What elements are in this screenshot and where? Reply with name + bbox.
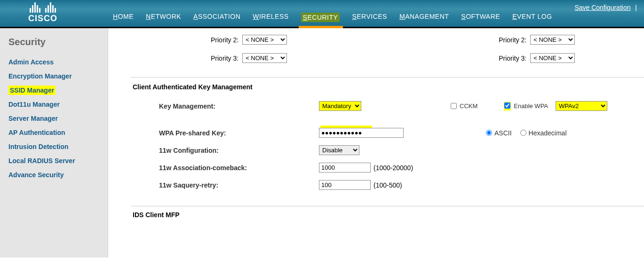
active-tab-underline: [299, 26, 343, 28]
sidebar-local-radius-server[interactable]: Local RADIUS Server: [8, 154, 108, 168]
wpa-version-select[interactable]: WPAv2: [556, 101, 607, 111]
psk-hex-radio[interactable]: [520, 130, 526, 136]
top-nav: HOME NETWORK ASSOCIATION WIRELESS SECURI…: [113, 13, 552, 22]
11w-config-label: 11w Configuration:: [159, 147, 319, 154]
psk-ascii-radio[interactable]: [486, 130, 492, 136]
save-configuration-link[interactable]: Save Configuration |: [574, 4, 637, 11]
priority3-left-label: Priority 3:: [211, 55, 239, 62]
cckm-checkbox[interactable]: [451, 103, 457, 109]
11w-saquery-hint: (100-500): [374, 181, 402, 189]
11w-assoc-hint: (1000-20000): [374, 164, 413, 172]
sidebar-admin-access[interactable]: Admin Access: [8, 55, 108, 69]
11w-assoc-label: 11w Association-comeback:: [159, 164, 319, 172]
psk-hex-label: Hexadecimal: [529, 129, 567, 137]
nav-wireless[interactable]: WIRELESS: [253, 13, 288, 22]
wpa-psk-label: WPA Pre-shared Key:: [159, 129, 319, 137]
sidebar-ssid-manager[interactable]: SSID Manager: [8, 86, 56, 95]
cisco-logo: CISCO: [28, 2, 57, 24]
cisco-brand-text: CISCO: [28, 14, 57, 24]
enable-wpa-label: Enable WPA: [514, 102, 548, 110]
cisco-icon: [28, 2, 57, 13]
sidebar-advance-security[interactable]: Advance Security: [8, 168, 108, 182]
main-panel: Priority 2: < NONE > Priority 3: < NONE …: [131, 28, 644, 258]
save-configuration-label: Save Configuration: [574, 4, 630, 11]
sidebar-server-manager[interactable]: Server Manager: [8, 111, 108, 126]
nav-software[interactable]: SOFTWARE: [461, 13, 500, 22]
gutter: [108, 28, 131, 258]
cckm-label: CCKM: [460, 102, 477, 110]
psk-ascii-label: ASCII: [494, 129, 512, 137]
priority2-left-select[interactable]: < NONE >: [242, 35, 287, 45]
enable-wpa-checkbox[interactable]: [504, 102, 510, 109]
sidebar-encryption-manager[interactable]: Encryption Manager: [8, 69, 108, 83]
priority3-left-select[interactable]: < NONE >: [242, 53, 287, 63]
cakm-title: Client Authenticated Key Management: [131, 78, 644, 96]
psk-ascii-option[interactable]: ASCII: [486, 129, 512, 137]
sidebar-intrusion-detection[interactable]: Intrusion Detection: [8, 140, 108, 154]
separator: |: [635, 4, 637, 11]
priority2-right-label: Priority 2:: [499, 36, 526, 44]
nav-security[interactable]: SECURITY: [301, 13, 340, 22]
nav-association[interactable]: ASSOCIATION: [193, 13, 240, 22]
key-management-select[interactable]: Mandatory: [319, 101, 361, 111]
11w-assoc-input[interactable]: [319, 163, 371, 173]
top-header: CISCO Save Configuration | HOME NETWORK …: [0, 0, 644, 28]
nav-network[interactable]: NETWORK: [146, 13, 181, 22]
11w-saquery-label: 11w Saquery-retry:: [159, 181, 319, 189]
priority3-right-label: Priority 3:: [499, 55, 526, 62]
priority2-right-select[interactable]: < NONE >: [530, 35, 575, 45]
11w-saquery-input[interactable]: [319, 180, 371, 190]
nav-event-log[interactable]: EVENT LOG: [512, 13, 552, 22]
priority-block: Priority 2: < NONE > Priority 3: < NONE …: [131, 28, 644, 77]
psk-hex-option[interactable]: Hexadecimal: [520, 129, 567, 137]
nav-home[interactable]: HOME: [113, 13, 134, 22]
nav-management[interactable]: MANAGEMENT: [399, 13, 449, 22]
nav-services[interactable]: SERVICES: [352, 13, 387, 22]
priority2-left-label: Priority 2:: [211, 36, 239, 44]
ids-client-mfp-title: IDS Client MFP: [131, 206, 644, 219]
11w-config-select[interactable]: Disable: [319, 145, 359, 155]
sidebar-ap-authentication[interactable]: AP Authentication: [8, 126, 108, 140]
priority3-right-select[interactable]: < NONE >: [530, 53, 575, 63]
cakm-section: Key Management: Mandatory CCKM Enable WP…: [131, 96, 644, 194]
key-management-label: Key Management:: [159, 102, 319, 110]
sidebar: Security Admin Access Encryption Manager…: [0, 28, 108, 258]
sidebar-title: Security: [8, 37, 108, 47]
sidebar-dot11u-manager[interactable]: Dot11u Manager: [8, 97, 108, 111]
wpa-psk-input[interactable]: [319, 128, 404, 138]
